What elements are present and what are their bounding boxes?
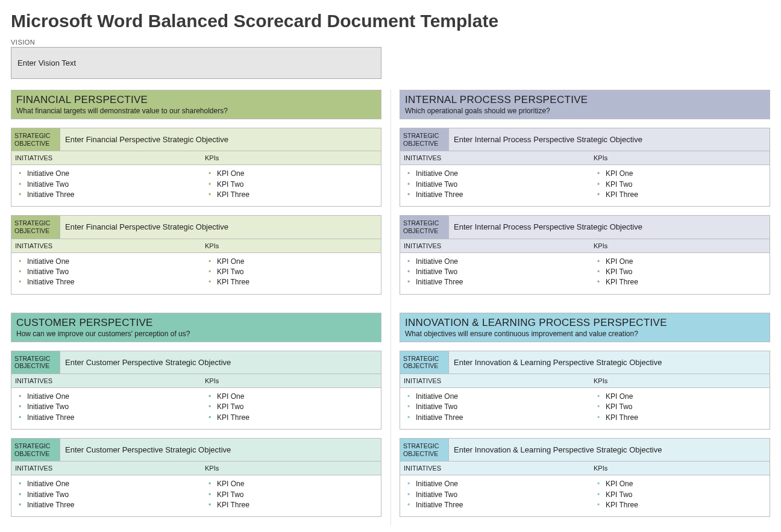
list-item: KPI One [217, 479, 376, 489]
list-item: KPI Three [217, 500, 376, 510]
customer-header: CUSTOMER PERSPECTIVE How can we improve … [11, 313, 381, 342]
innovation-subtitle: What objectives will ensure continuous i… [405, 330, 765, 338]
internal-objective-1-input[interactable]: Enter Internal Process Perspective Strat… [449, 128, 770, 151]
initiatives-label: INITIATIVES [11, 151, 201, 165]
list-item: Initiative Three [27, 277, 196, 287]
kpis-label: KPIs [201, 151, 381, 165]
list-item: Initiative Two [27, 402, 196, 412]
internal-objective-2-initiatives[interactable]: Initiative One Initiative Two Initiative… [400, 253, 590, 294]
kpis-label: KPIs [201, 374, 381, 388]
initiatives-label: INITIATIVES [11, 374, 201, 388]
customer-objective-2-input[interactable]: Enter Customer Perspective Strategic Obj… [60, 439, 381, 462]
list-item: Initiative One [27, 479, 196, 489]
kpis-label: KPIs [201, 239, 381, 253]
kpis-label: KPIs [590, 239, 770, 253]
internal-subtitle: Which operational goals should we priori… [405, 107, 765, 115]
strategic-objective-label: STRATEGIC OBJECTIVE [11, 439, 60, 462]
internal-objective-2-input[interactable]: Enter Internal Process Perspective Strat… [449, 216, 770, 239]
page-title: Microsoft Word Balanced Scorecard Docume… [11, 11, 770, 31]
initiatives-label: INITIATIVES [400, 151, 590, 165]
customer-objective-1-kpis[interactable]: KPI One KPI Two KPI Three [201, 388, 381, 429]
innovation-objective-2: STRATEGIC OBJECTIVE Enter Innovation & L… [400, 438, 770, 517]
column-divider [390, 90, 391, 525]
internal-header: INTERNAL PROCESS PERSPECTIVE Which opera… [400, 90, 770, 119]
strategic-objective-label: STRATEGIC OBJECTIVE [400, 351, 449, 374]
innovation-objective-1-kpis[interactable]: KPI One KPI Two KPI Three [590, 388, 770, 429]
initiatives-label: INITIATIVES [400, 239, 590, 253]
customer-title: CUSTOMER PERSPECTIVE [16, 317, 376, 329]
list-item: Initiative One [416, 257, 585, 267]
financial-objective-2-input[interactable]: Enter Financial Perspective Strategic Ob… [60, 216, 381, 239]
strategic-objective-label: STRATEGIC OBJECTIVE [11, 351, 60, 374]
innovation-objective-2-kpis[interactable]: KPI One KPI Two KPI Three [590, 475, 770, 516]
kpis-label: KPIs [201, 462, 381, 475]
list-item: Initiative Two [416, 180, 585, 190]
initiatives-label: INITIATIVES [11, 462, 201, 475]
list-item: KPI One [217, 392, 376, 402]
kpis-label: KPIs [590, 462, 770, 475]
list-item: Initiative One [416, 392, 585, 402]
kpis-label: KPIs [590, 374, 770, 388]
list-item: KPI Three [606, 500, 765, 510]
list-item: KPI One [606, 169, 765, 179]
list-item: Initiative Three [416, 500, 585, 510]
list-item: Initiative Three [27, 190, 196, 200]
list-item: KPI Three [606, 413, 765, 423]
initiatives-label: INITIATIVES [400, 374, 590, 388]
customer-objective-1-input[interactable]: Enter Customer Perspective Strategic Obj… [60, 351, 381, 374]
internal-objective-1-initiatives[interactable]: Initiative One Initiative Two Initiative… [400, 165, 590, 206]
list-item: KPI Three [606, 277, 765, 287]
innovation-objective-1: STRATEGIC OBJECTIVE Enter Innovation & L… [400, 351, 770, 430]
customer-subtitle: How can we improve our customers' percep… [16, 330, 376, 338]
list-item: KPI Three [217, 190, 376, 200]
internal-objective-1: STRATEGIC OBJECTIVE Enter Internal Proce… [400, 128, 770, 207]
innovation-objective-1-input[interactable]: Enter Innovation & Learning Perspective … [449, 351, 770, 374]
list-item: Initiative Two [416, 490, 585, 500]
innovation-objective-2-initiatives[interactable]: Initiative One Initiative Two Initiative… [400, 475, 590, 516]
list-item: Initiative One [27, 257, 196, 267]
list-item: KPI One [606, 392, 765, 402]
list-item: KPI Three [217, 413, 376, 423]
list-item: KPI Two [217, 402, 376, 412]
strategic-objective-label: STRATEGIC OBJECTIVE [400, 439, 449, 462]
customer-objective-1-initiatives[interactable]: Initiative One Initiative Two Initiative… [11, 388, 201, 429]
list-item: KPI One [217, 169, 376, 179]
list-item: Initiative One [416, 479, 585, 489]
list-item: Initiative Two [416, 402, 585, 412]
vision-input[interactable]: Enter Vision Text [11, 47, 381, 79]
financial-header: FINANCIAL PERSPECTIVE What financial tar… [11, 90, 381, 119]
initiatives-label: INITIATIVES [11, 239, 201, 253]
list-item: KPI One [606, 479, 765, 489]
customer-objective-2-kpis[interactable]: KPI One KPI Two KPI Three [201, 475, 381, 516]
list-item: KPI Two [606, 267, 765, 277]
list-item: KPI Two [606, 490, 765, 500]
list-item: KPI Two [217, 180, 376, 190]
list-item: KPI Three [217, 277, 376, 287]
strategic-objective-label: STRATEGIC OBJECTIVE [400, 216, 449, 239]
financial-title: FINANCIAL PERSPECTIVE [16, 94, 376, 106]
financial-objective-2-initiatives[interactable]: Initiative One Initiative Two Initiative… [11, 253, 201, 294]
customer-objective-2-initiatives[interactable]: Initiative One Initiative Two Initiative… [11, 475, 201, 516]
list-item: Initiative One [416, 169, 585, 179]
initiatives-label: INITIATIVES [400, 462, 590, 475]
financial-objective-2-kpis[interactable]: KPI One KPI Two KPI Three [201, 253, 381, 294]
financial-objective-1: STRATEGIC OBJECTIVE Enter Financial Pers… [11, 128, 381, 207]
list-item: KPI Two [606, 180, 765, 190]
internal-objective-2-kpis[interactable]: KPI One KPI Two KPI Three [590, 253, 770, 294]
internal-title: INTERNAL PROCESS PERSPECTIVE [405, 94, 765, 106]
list-item: KPI Three [606, 190, 765, 200]
customer-objective-2: STRATEGIC OBJECTIVE Enter Customer Persp… [11, 438, 381, 517]
list-item: Initiative One [27, 169, 196, 179]
list-item: Initiative Three [27, 413, 196, 423]
financial-objective-1-input[interactable]: Enter Financial Perspective Strategic Ob… [60, 128, 381, 151]
financial-objective-1-kpis[interactable]: KPI One KPI Two KPI Three [201, 165, 381, 206]
list-item: Initiative Two [416, 267, 585, 277]
financial-subtitle: What financial targets will demonstrate … [16, 107, 376, 115]
innovation-objective-2-input[interactable]: Enter Innovation & Learning Perspective … [449, 439, 770, 462]
internal-objective-1-kpis[interactable]: KPI One KPI Two KPI Three [590, 165, 770, 206]
list-item: KPI Two [217, 267, 376, 277]
financial-objective-1-initiatives[interactable]: Initiative One Initiative Two Initiative… [11, 165, 201, 206]
list-item: Initiative Two [27, 267, 196, 277]
list-item: Initiative Two [27, 490, 196, 500]
innovation-objective-1-initiatives[interactable]: Initiative One Initiative Two Initiative… [400, 388, 590, 429]
